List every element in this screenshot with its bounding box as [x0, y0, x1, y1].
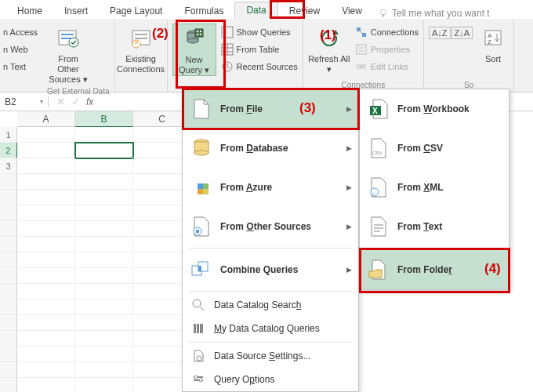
menu-from-xml[interactable]: ‹› From XML	[360, 168, 509, 207]
row-head-13[interactable]	[0, 315, 17, 331]
chevron-right-icon: ▶	[346, 144, 352, 152]
refresh-all-button[interactable]: Refresh All ▾	[308, 24, 350, 74]
recent-sources-icon	[221, 60, 234, 73]
tellme-label: Tell me what you want t	[392, 8, 490, 19]
cell-b2[interactable]	[75, 143, 133, 158]
combine-queries-icon	[190, 258, 212, 281]
sort-az-button[interactable]: A↓Z	[429, 27, 451, 39]
tab-view[interactable]: View	[331, 3, 373, 19]
menu-from-database[interactable]: From Database ▶	[183, 129, 358, 168]
row-head-7[interactable]	[0, 221, 17, 237]
workbook-icon: X	[368, 97, 390, 121]
row-head-16[interactable]	[0, 362, 17, 378]
svg-rect-33	[362, 65, 365, 68]
menu-from-csv[interactable]: CSV From CSV	[360, 129, 509, 168]
chevron-right-icon: ▶	[346, 183, 352, 191]
fx-icon[interactable]: fx	[86, 96, 93, 107]
existing-connections-button[interactable]: Existing Connections	[120, 24, 162, 74]
row-head-5[interactable]	[0, 190, 17, 205]
file-icon	[190, 97, 212, 121]
menu-from-azure[interactable]: From Azure ▶	[183, 168, 358, 207]
row-head-2[interactable]: 2	[0, 143, 17, 158]
row-head-4[interactable]	[0, 174, 17, 190]
row-head-8[interactable]	[0, 237, 17, 252]
svg-rect-42	[203, 183, 208, 189]
svg-rect-8	[135, 38, 147, 39]
menu-from-text[interactable]: From Text	[360, 207, 509, 246]
menu-data-source-settings[interactable]: Data Source Settings...	[183, 344, 358, 368]
tellme-search[interactable]: Tell me what you want t	[378, 8, 490, 19]
menu-combine-queries[interactable]: Combine Queries ▶	[183, 250, 358, 289]
svg-rect-7	[135, 34, 147, 35]
row-head-11[interactable]	[0, 284, 17, 299]
chevron-right-icon: ▶	[346, 266, 352, 274]
svg-rect-27	[362, 33, 366, 37]
show-queries-icon	[221, 26, 234, 38]
recent-sources-button[interactable]: Recent Sources	[221, 58, 298, 75]
refresh-icon	[316, 25, 343, 52]
svg-point-58	[194, 376, 198, 379]
sort-button[interactable]: AZ Sort	[477, 24, 509, 64]
menu-my-data-catalog-queries[interactable]: My Data Catalog Queries	[183, 317, 358, 340]
tab-data[interactable]: Data	[234, 2, 277, 19]
sort-icon: AZ	[480, 25, 506, 52]
svg-rect-13	[195, 29, 203, 37]
enter-formula-icon: ✓	[71, 96, 80, 107]
row-head-14[interactable]	[0, 331, 17, 347]
csv-icon: CSV	[368, 136, 390, 160]
row-head-1[interactable]: 1	[0, 127, 17, 143]
tab-pagelayout[interactable]: Page Layout	[99, 3, 173, 19]
menu-data-catalog-search[interactable]: Data Catalog Search	[183, 293, 358, 317]
svg-point-55	[197, 356, 201, 361]
settings-icon	[190, 344, 206, 368]
row-head-17[interactable]	[0, 378, 17, 392]
svg-rect-49	[198, 266, 201, 271]
chevron-right-icon: ▶	[346, 223, 352, 230]
from-web-button[interactable]: n Web	[3, 41, 28, 58]
search-icon	[190, 293, 206, 317]
new-query-menu: From File ▶ From Database ▶ From Azure ▶…	[182, 89, 359, 392]
row-head-6[interactable]	[0, 205, 17, 221]
catalog-icon	[190, 317, 206, 340]
tab-review[interactable]: Review	[278, 3, 331, 19]
svg-point-50	[193, 299, 201, 307]
tab-insert[interactable]: Insert	[53, 3, 99, 19]
menu-from-other-sources[interactable]: From Other Sources ▶	[183, 207, 358, 246]
svg-line-51	[200, 307, 204, 310]
svg-rect-43	[198, 189, 203, 194]
row-head-10[interactable]	[0, 268, 17, 284]
menu-from-workbook[interactable]: X From Workbook	[360, 89, 509, 129]
name-box[interactable]: B2▾	[0, 96, 49, 107]
menu-from-folder[interactable]: From Folder	[360, 250, 509, 289]
svg-rect-32	[357, 65, 361, 68]
from-other-sources-button[interactable]: From Other Sources ▾	[47, 24, 89, 85]
row-head-12[interactable]	[0, 299, 17, 315]
row-head-9[interactable]	[0, 252, 17, 268]
tab-home[interactable]: Home	[6, 3, 53, 19]
col-head-b[interactable]: B	[75, 111, 133, 127]
menu-query-options[interactable]: Query Options	[183, 368, 358, 391]
sort-za-button[interactable]: Z↓A	[451, 27, 473, 39]
svg-line-28	[361, 31, 362, 33]
new-query-icon	[181, 26, 208, 53]
svg-rect-19	[222, 27, 225, 38]
from-access-button[interactable]: n Access	[3, 24, 38, 41]
database-icon	[190, 136, 212, 160]
row-head-15[interactable]	[0, 347, 17, 362]
new-query-button[interactable]: New Query ▾	[172, 24, 216, 76]
menu-from-file[interactable]: From File ▶	[183, 89, 358, 129]
ribbon: n Access n Web n Text From Other Sources…	[0, 19, 533, 93]
connections-button[interactable]: Connections	[355, 24, 419, 41]
xml-icon: ‹›	[368, 176, 390, 199]
row-head-3[interactable]: 3	[0, 158, 17, 174]
svg-point-59	[199, 379, 202, 382]
svg-marker-25	[332, 30, 339, 34]
col-head-a[interactable]: A	[17, 111, 75, 127]
svg-text:X: X	[372, 107, 378, 115]
from-text-button[interactable]: n Text	[3, 58, 26, 75]
show-queries-button[interactable]: Show Queries	[221, 24, 298, 41]
svg-point-40	[194, 151, 208, 155]
edit-links-button: Edit Links	[355, 58, 419, 75]
from-table-button[interactable]: From Table	[221, 41, 298, 58]
tab-formulas[interactable]: Formulas	[173, 3, 234, 19]
